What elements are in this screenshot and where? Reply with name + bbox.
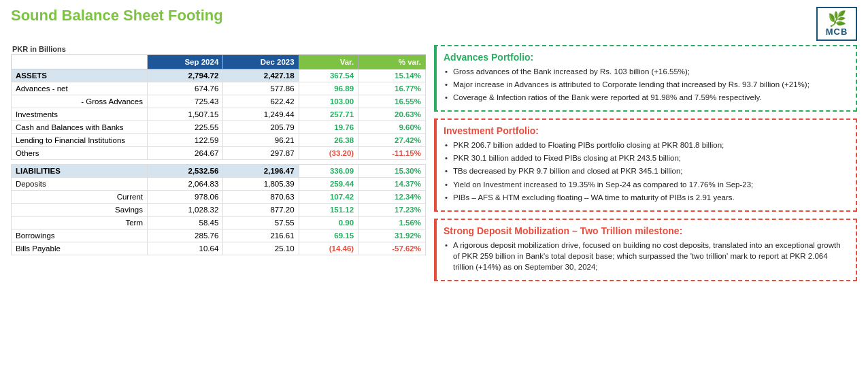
row-dec2023: 1,805.39	[223, 178, 299, 191]
row-var: 257.71	[299, 108, 358, 121]
logo-box: 🌿 MCB	[816, 7, 857, 41]
deposit-panel: Strong Deposit Mobilization – Two Trilli…	[434, 219, 857, 281]
col-header-pvar: % var.	[358, 55, 426, 69]
row-pvar: 12.34%	[358, 191, 426, 204]
bullet-item: PKR 206.7 billion added to Floating PIBs…	[444, 140, 849, 150]
table-row: Investments 1,507.15 1,249.44 257.71 20.…	[12, 108, 426, 121]
row-sep2024: 1,507.15	[148, 108, 223, 121]
bullet-item: PKR 30.1 billion added to Fixed PIBs clo…	[444, 153, 849, 163]
row-dec2023: 2,196.47	[223, 165, 299, 178]
row-label: Cash and Balances with Banks	[12, 121, 148, 134]
table-row: Borrowings 285.76 216.61 69.15 31.92%	[12, 229, 426, 242]
row-sep2024: 2,532.56	[148, 165, 223, 178]
col-header-dec2023: Dec 2023	[223, 55, 299, 69]
row-pvar: 15.30%	[358, 165, 426, 178]
row-pvar: 16.55%	[358, 95, 426, 108]
col-header-label	[12, 55, 148, 69]
page-title: Sound Balance Sheet Footing	[11, 7, 223, 25]
row-sep2024: 225.55	[148, 121, 223, 134]
table-row: LIABILITIES 2,532.56 2,196.47 336.09 15.…	[12, 165, 426, 178]
investment-panel-title: Investment Portfolio:	[444, 125, 849, 136]
table-row: ASSETS 2,794.72 2,427.18 367.54 15.14%	[12, 69, 426, 82]
advances-panel: Advances Portfolio: Gross advances of th…	[434, 45, 857, 112]
row-sep2024: 264.67	[148, 147, 223, 160]
row-dec2023: 870.63	[223, 191, 299, 204]
row-pvar: 31.92%	[358, 229, 426, 242]
row-var: 151.12	[299, 204, 358, 217]
pkr-label: PKR in Billions	[11, 45, 426, 53]
row-label: Current	[12, 191, 148, 204]
logo-icon: 🌿	[828, 12, 846, 27]
table-row: Savings 1,028.32 877.20 151.12 17.23%	[12, 204, 426, 217]
row-dec2023: 1,249.44	[223, 108, 299, 121]
row-label: Others	[12, 147, 148, 160]
row-dec2023: 216.61	[223, 229, 299, 242]
row-var: 0.90	[299, 217, 358, 229]
bullet-item: Gross advances of the Bank increased by …	[444, 66, 849, 77]
row-pvar: 15.14%	[358, 69, 426, 82]
logo-text: MCB	[826, 27, 848, 37]
row-label: Savings	[12, 204, 148, 217]
row-pvar: 20.63%	[358, 108, 426, 121]
row-var: 259.44	[299, 178, 358, 191]
row-label: Borrowings	[12, 229, 148, 242]
row-label: Advances - net	[12, 82, 148, 95]
table-row: Cash and Balances with Banks 225.55 205.…	[12, 121, 426, 134]
row-label: Lending to Financial Institutions	[12, 134, 148, 147]
row-pvar: 9.60%	[358, 121, 426, 134]
balance-sheet-table: Sep 2024 Dec 2023 Var. % var. ASSETS 2,7…	[11, 54, 426, 255]
row-sep2024: 674.76	[148, 82, 223, 95]
advances-bullets: Gross advances of the Bank increased by …	[444, 66, 849, 103]
row-var: 107.42	[299, 191, 358, 204]
row-var: 96.89	[299, 82, 358, 95]
row-dec2023: 57.55	[223, 217, 299, 229]
header-row: Sound Balance Sheet Footing 🌿 MCB	[11, 7, 857, 41]
row-label: Deposits	[12, 178, 148, 191]
deposit-bullets: A rigorous deposit mobilization drive, f…	[444, 240, 849, 272]
row-label: LIABILITIES	[12, 165, 148, 178]
row-sep2024: 122.59	[148, 134, 223, 147]
row-dec2023: 297.87	[223, 147, 299, 160]
row-pvar: -11.15%	[358, 147, 426, 160]
deposit-panel-title: Strong Deposit Mobilization – Two Trilli…	[444, 225, 849, 236]
row-dec2023: 25.10	[223, 242, 299, 255]
row-var: (33.20)	[299, 147, 358, 160]
table-row: - Gross Advances 725.43 622.42 103.00 16…	[12, 95, 426, 108]
bullet-item: TBs decreased by PKR 9.7 billion and clo…	[444, 165, 849, 176]
row-var: 367.54	[299, 69, 358, 82]
investment-panel: Investment Portfolio: PKR 206.7 billion …	[434, 118, 857, 211]
row-pvar: 1.56%	[358, 217, 426, 229]
row-var: 336.09	[299, 165, 358, 178]
row-dec2023: 205.79	[223, 121, 299, 134]
row-pvar: 14.37%	[358, 178, 426, 191]
table-section: PKR in Billions Sep 2024 Dec 2023 Var. %…	[11, 45, 426, 281]
row-sep2024: 2,794.72	[148, 69, 223, 82]
row-pvar: 27.42%	[358, 134, 426, 147]
table-row: Term 58.45 57.55 0.90 1.56%	[12, 217, 426, 229]
row-var: 19.76	[299, 121, 358, 134]
table-row: Current 978.06 870.63 107.42 12.34%	[12, 191, 426, 204]
row-dec2023: 2,427.18	[223, 69, 299, 82]
row-sep2024: 2,064.83	[148, 178, 223, 191]
row-sep2024: 58.45	[148, 217, 223, 229]
bullet-item: A rigorous deposit mobilization drive, f…	[444, 240, 849, 272]
row-label: Term	[12, 217, 148, 229]
logo-area: 🌿 MCB	[816, 7, 857, 41]
row-pvar: -57.62%	[358, 242, 426, 255]
row-dec2023: 96.21	[223, 134, 299, 147]
table-row: Advances - net 674.76 577.86 96.89 16.77…	[12, 82, 426, 95]
table-row: Bills Payable 10.64 25.10 (14.46) -57.62…	[12, 242, 426, 255]
row-dec2023: 877.20	[223, 204, 299, 217]
row-var: (14.46)	[299, 242, 358, 255]
bullet-item: Yield on Investment increased to 19.35% …	[444, 179, 849, 190]
investment-bullets: PKR 206.7 billion added to Floating PIBs…	[444, 140, 849, 202]
table-row: Deposits 2,064.83 1,805.39 259.44 14.37%	[12, 178, 426, 191]
bullet-item: Major increase in Advances is attributed…	[444, 79, 849, 90]
table-row: Others 264.67 297.87 (33.20) -11.15%	[12, 147, 426, 160]
row-label: ASSETS	[12, 69, 148, 82]
row-sep2024: 285.76	[148, 229, 223, 242]
page: Sound Balance Sheet Footing 🌿 MCB PKR in…	[0, 0, 868, 288]
table-row: Lending to Financial Institutions 122.59…	[12, 134, 426, 147]
row-pvar: 16.77%	[358, 82, 426, 95]
row-label: Investments	[12, 108, 148, 121]
